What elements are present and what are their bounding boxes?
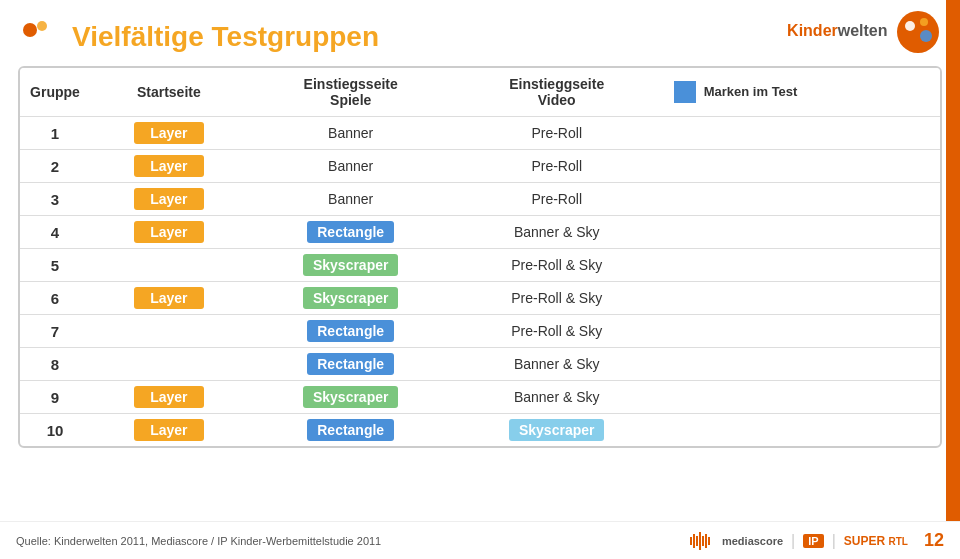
cell-marken <box>660 414 940 447</box>
cell-video: Pre-Roll <box>454 150 660 183</box>
page-title: Vielfältige Testgruppen <box>72 21 379 53</box>
cell-video: Banner & Sky <box>454 216 660 249</box>
cell-gruppe: 5 <box>20 249 90 282</box>
cell-startseite: Layer <box>90 414 248 447</box>
cell-spiele: Banner <box>248 150 454 183</box>
cell-video: Banner & Sky <box>454 381 660 414</box>
cell-startseite: Layer <box>90 216 248 249</box>
table-row: 3LayerBannerPre-Roll <box>20 183 940 216</box>
col-gruppe: Gruppe <box>20 68 90 117</box>
cell-spiele: Skyscraper <box>248 249 454 282</box>
footer: Quelle: Kinderwelten 2011, Mediascore / … <box>0 521 960 559</box>
svg-point-2 <box>920 18 928 26</box>
cell-spiele: Rectangle <box>248 414 454 447</box>
cell-spiele: Skyscraper <box>248 282 454 315</box>
table-header-row: Gruppe Startseite EinstiegsseiteSpiele E… <box>20 68 940 117</box>
cell-gruppe: 1 <box>20 117 90 150</box>
footer-logos: mediascore | IP | SUPER RTL 12 <box>690 530 944 551</box>
col-video: EinstieggseiteVideo <box>454 68 660 117</box>
waveform-icon <box>690 532 710 550</box>
separator1: | <box>791 532 795 550</box>
top-logo: Kinderwelten <box>787 10 940 54</box>
main-table-container: Gruppe Startseite EinstiegsseiteSpiele E… <box>18 66 942 448</box>
cell-startseite <box>90 315 248 348</box>
cell-video: Banner & Sky <box>454 348 660 381</box>
col-marken: Marken im Test <box>660 68 940 117</box>
cell-gruppe: 3 <box>20 183 90 216</box>
footer-source: Quelle: Kinderwelten 2011, Mediascore / … <box>16 535 381 547</box>
table-row: 5SkyscraperPre-Roll & Sky <box>20 249 940 282</box>
table-row: 1LayerBannerPre-Roll <box>20 117 940 150</box>
marken-square <box>674 81 696 103</box>
cell-gruppe: 8 <box>20 348 90 381</box>
svg-point-5 <box>37 21 47 31</box>
cell-gruppe: 4 <box>20 216 90 249</box>
logo-kinder: Kinder <box>787 22 838 39</box>
cell-startseite: Layer <box>90 117 248 150</box>
header-logo-icon <box>20 18 58 56</box>
svg-point-3 <box>920 30 932 42</box>
cell-gruppe: 2 <box>20 150 90 183</box>
marken-box: Marken im Test <box>666 77 934 107</box>
cell-marken <box>660 348 940 381</box>
cell-startseite <box>90 348 248 381</box>
svg-point-1 <box>905 21 915 31</box>
svg-point-4 <box>23 23 37 37</box>
cell-video: Pre-Roll & Sky <box>454 315 660 348</box>
data-table: Gruppe Startseite EinstiegsseiteSpiele E… <box>20 68 940 446</box>
cell-spiele: Rectangle <box>248 216 454 249</box>
table-row: 4LayerRectangleBanner & Sky <box>20 216 940 249</box>
mediascore-logo: mediascore <box>722 535 783 547</box>
page-number: 12 <box>924 530 944 551</box>
cell-marken <box>660 381 940 414</box>
cell-spiele: Skyscraper <box>248 381 454 414</box>
cell-startseite <box>90 249 248 282</box>
cell-marken <box>660 183 940 216</box>
accent-bar <box>946 0 960 559</box>
table-body: 1LayerBannerPre-Roll2LayerBannerPre-Roll… <box>20 117 940 447</box>
cell-video: Pre-Roll <box>454 183 660 216</box>
cell-startseite: Layer <box>90 183 248 216</box>
cell-gruppe: 9 <box>20 381 90 414</box>
table-row: 6LayerSkyscraperPre-Roll & Sky <box>20 282 940 315</box>
cell-gruppe: 7 <box>20 315 90 348</box>
cell-marken <box>660 216 940 249</box>
cell-spiele: Rectangle <box>248 348 454 381</box>
cell-startseite: Layer <box>90 282 248 315</box>
marken-label: Marken im Test <box>704 84 798 101</box>
cell-marken <box>660 117 940 150</box>
cell-startseite: Layer <box>90 150 248 183</box>
cell-spiele: Rectangle <box>248 315 454 348</box>
col-spiele: EinstiegsseiteSpiele <box>248 68 454 117</box>
cell-video: Pre-Roll <box>454 117 660 150</box>
table-row: 8RectangleBanner & Sky <box>20 348 940 381</box>
cell-spiele: Banner <box>248 117 454 150</box>
cell-startseite: Layer <box>90 381 248 414</box>
cell-gruppe: 10 <box>20 414 90 447</box>
svg-point-0 <box>897 11 939 53</box>
table-row: 7RectanglePre-Roll & Sky <box>20 315 940 348</box>
cell-marken <box>660 282 940 315</box>
cell-video: Skyscraper <box>454 414 660 447</box>
cell-marken <box>660 150 940 183</box>
table-row: 9LayerSkyscraperBanner & Sky <box>20 381 940 414</box>
cell-marken <box>660 249 940 282</box>
cell-video: Pre-Roll & Sky <box>454 249 660 282</box>
ip-logo: IP <box>803 534 823 548</box>
logo-welten: welten <box>838 22 888 39</box>
superrtl-logo: SUPER RTL <box>844 534 908 548</box>
table-row: 2LayerBannerPre-Roll <box>20 150 940 183</box>
kinderwelten-logo-icon <box>896 10 940 54</box>
col-startseite: Startseite <box>90 68 248 117</box>
separator2: | <box>832 532 836 550</box>
cell-video: Pre-Roll & Sky <box>454 282 660 315</box>
table-row: 10LayerRectangleSkyscraper <box>20 414 940 447</box>
cell-marken <box>660 315 940 348</box>
cell-spiele: Banner <box>248 183 454 216</box>
cell-gruppe: 6 <box>20 282 90 315</box>
